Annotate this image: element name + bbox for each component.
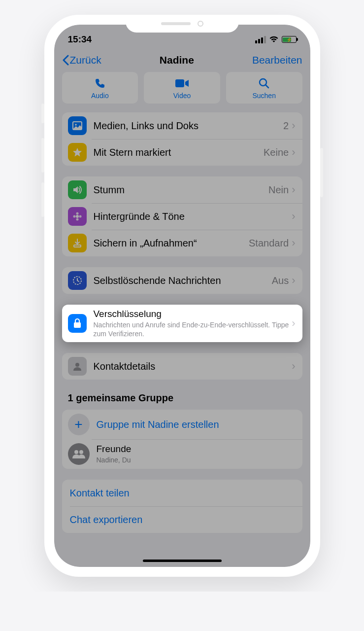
svg-point-6 (76, 212, 78, 215)
disappearing-label: Selbstlöschende Nachrichten (94, 275, 272, 286)
row-mute[interactable]: Stumm Nein › (62, 176, 302, 203)
audio-label: Audio (91, 92, 109, 100)
audio-button[interactable]: Audio (62, 72, 138, 104)
search-icon (258, 77, 270, 90)
search-button[interactable]: Suchen (226, 72, 302, 104)
svg-rect-12 (74, 322, 81, 328)
chevron-right-icon: › (292, 274, 295, 287)
image-icon (68, 116, 87, 135)
disappearing-value: Aus (272, 275, 289, 286)
nav-bar: Zurück Nadine Bearbeiten (54, 49, 310, 72)
side-button (320, 148, 323, 197)
chevron-right-icon: › (292, 146, 295, 159)
edit-button[interactable]: Bearbeiten (252, 54, 302, 66)
chevron-right-icon: › (292, 183, 295, 196)
save-label: Sichern in „Aufnahmen“ (94, 238, 249, 249)
svg-point-8 (73, 215, 75, 218)
groups-header: 1 gemeinsame Gruppe (54, 390, 310, 410)
svg-point-5 (76, 215, 79, 218)
row-encryption[interactable]: Verschlüsselung Nachrichten und Anrufe s… (62, 305, 302, 342)
flower-icon (68, 207, 87, 226)
row-share-contact[interactable]: Kontakt teilen (62, 480, 302, 506)
row-create-group[interactable]: + Gruppe mit Nadine erstellen (62, 410, 302, 439)
encryption-label: Verschlüsselung (94, 309, 292, 319)
home-indicator[interactable] (143, 560, 222, 562)
group-members: Nadine, Du (97, 456, 296, 464)
svg-point-9 (79, 215, 81, 218)
export-chat-label: Chat exportieren (70, 514, 296, 526)
cellular-icon (255, 36, 266, 43)
side-button (41, 104, 44, 123)
contact-label: Kontaktdetails (94, 361, 292, 372)
svg-point-13 (75, 363, 79, 367)
back-button[interactable]: Zurück (62, 54, 101, 66)
media-value: 2 (283, 120, 289, 132)
screen: 15:34 ⚡ Zurück Nadine Bearbeiten (54, 25, 310, 567)
download-icon (68, 234, 87, 252)
phone-frame: 15:34 ⚡ Zurück Nadine Bearbeiten (44, 15, 320, 577)
row-contact-details[interactable]: Kontaktdetails › (62, 353, 302, 380)
svg-point-14 (74, 450, 78, 454)
row-group-item[interactable]: Freunde Nadine, Du (62, 439, 302, 469)
svg-rect-0 (175, 79, 184, 87)
group-avatar-icon (68, 443, 90, 465)
svg-point-15 (79, 450, 83, 454)
speaker-icon (68, 180, 87, 199)
media-label: Medien, Links und Doks (94, 120, 284, 132)
row-wallpaper[interactable]: Hintergründe & Töne › (62, 203, 302, 230)
video-icon (175, 77, 189, 90)
section-encryption: Verschlüsselung Nachrichten und Anrufe s… (62, 305, 302, 342)
starred-label: Mit Stern markiert (94, 147, 264, 158)
chevron-right-icon: › (292, 360, 295, 373)
timer-icon (68, 271, 87, 290)
chevron-left-icon (62, 55, 69, 66)
back-label: Zurück (70, 54, 101, 66)
section-links: Kontakt teilen Chat exportieren (62, 480, 302, 533)
row-save[interactable]: Sichern in „Aufnahmen“ Standard › (62, 230, 302, 256)
section-settings: Stumm Nein › Hintergründe & Töne › Siche… (62, 176, 302, 256)
svg-rect-10 (74, 245, 81, 247)
mute-label: Stumm (94, 184, 269, 196)
side-button (41, 182, 44, 217)
battery-icon: ⚡ (282, 36, 297, 43)
video-button[interactable]: Video (144, 72, 220, 104)
row-starred[interactable]: Mit Stern markiert Keine › (62, 139, 302, 166)
star-icon (68, 143, 87, 162)
side-button (41, 138, 44, 173)
lock-icon (68, 314, 87, 333)
status-icons: ⚡ (255, 36, 297, 43)
status-time: 15:34 (68, 34, 92, 45)
plus-icon: + (68, 414, 90, 435)
row-disappearing[interactable]: Selbstlöschende Nachrichten Aus › (62, 267, 302, 294)
encryption-sub: Nachrichten und Anrufe sind Ende-zu-Ende… (94, 320, 292, 338)
starred-value: Keine (264, 147, 289, 158)
chevron-right-icon: › (292, 119, 295, 132)
mute-value: Nein (268, 184, 289, 196)
section-contact: Kontaktdetails › (62, 353, 302, 380)
section-groups: + Gruppe mit Nadine erstellen Freunde Na… (62, 410, 302, 469)
section-media: Medien, Links und Doks 2 › Mit Stern mar… (62, 112, 302, 166)
share-contact-label: Kontakt teilen (70, 488, 296, 499)
svg-line-2 (265, 85, 268, 88)
chevron-right-icon: › (292, 210, 295, 223)
svg-point-7 (76, 218, 78, 221)
page-title: Nadine (160, 54, 194, 66)
video-label: Video (173, 92, 191, 100)
row-export-chat[interactable]: Chat exportieren (62, 506, 302, 533)
notch (126, 15, 239, 33)
section-disappearing: Selbstlöschende Nachrichten Aus › (62, 267, 302, 294)
wifi-icon (269, 36, 279, 43)
row-media[interactable]: Medien, Links und Doks 2 › (62, 112, 302, 139)
svg-point-4 (75, 124, 77, 126)
create-group-label: Gruppe mit Nadine erstellen (97, 419, 296, 430)
save-value: Standard (249, 238, 289, 249)
chevron-right-icon: › (292, 317, 295, 330)
search-label: Suchen (252, 92, 275, 100)
person-icon (68, 357, 87, 376)
group-name: Freunde (97, 444, 296, 455)
action-row: Audio Video Suchen (54, 72, 310, 112)
wallpaper-label: Hintergründe & Töne (94, 211, 292, 222)
phone-icon (94, 77, 106, 90)
chevron-right-icon: › (292, 237, 295, 249)
